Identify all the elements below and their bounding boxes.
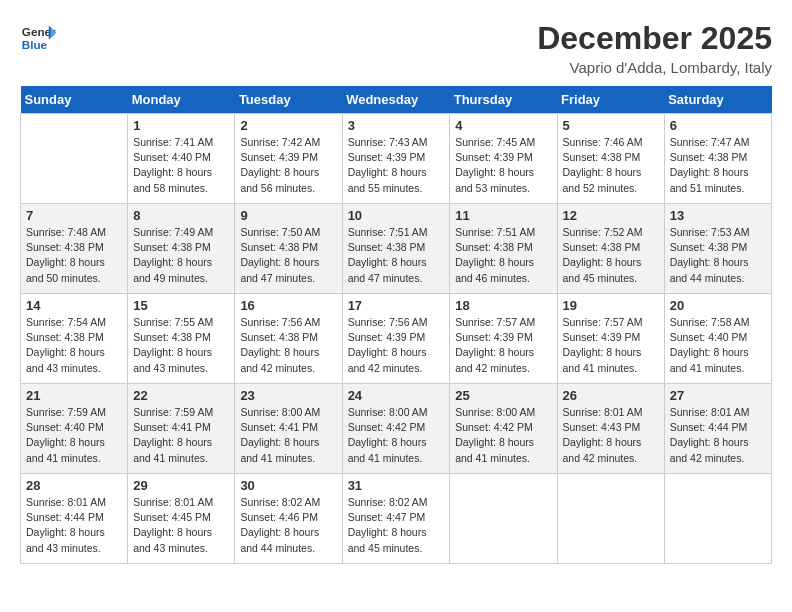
day-number: 30 — [240, 478, 336, 493]
day-number: 28 — [26, 478, 122, 493]
day-cell: 23Sunrise: 8:00 AMSunset: 4:41 PMDayligh… — [235, 384, 342, 474]
day-info: Sunrise: 7:50 AMSunset: 4:38 PMDaylight:… — [240, 225, 336, 286]
day-info: Sunrise: 8:00 AMSunset: 4:42 PMDaylight:… — [455, 405, 551, 466]
day-info: Sunrise: 8:01 AMSunset: 4:44 PMDaylight:… — [670, 405, 766, 466]
week-row-5: 28Sunrise: 8:01 AMSunset: 4:44 PMDayligh… — [21, 474, 772, 564]
day-cell — [664, 474, 771, 564]
day-cell — [21, 114, 128, 204]
day-info: Sunrise: 8:00 AMSunset: 4:41 PMDaylight:… — [240, 405, 336, 466]
day-cell — [557, 474, 664, 564]
day-number: 9 — [240, 208, 336, 223]
day-cell: 25Sunrise: 8:00 AMSunset: 4:42 PMDayligh… — [450, 384, 557, 474]
day-number: 17 — [348, 298, 445, 313]
day-info: Sunrise: 7:59 AMSunset: 4:41 PMDaylight:… — [133, 405, 229, 466]
day-info: Sunrise: 8:02 AMSunset: 4:47 PMDaylight:… — [348, 495, 445, 556]
day-number: 3 — [348, 118, 445, 133]
day-number: 22 — [133, 388, 229, 403]
day-cell: 27Sunrise: 8:01 AMSunset: 4:44 PMDayligh… — [664, 384, 771, 474]
day-info: Sunrise: 7:46 AMSunset: 4:38 PMDaylight:… — [563, 135, 659, 196]
col-header-wednesday: Wednesday — [342, 86, 450, 114]
col-header-tuesday: Tuesday — [235, 86, 342, 114]
day-number: 27 — [670, 388, 766, 403]
logo-icon: General Blue — [20, 20, 56, 56]
svg-text:Blue: Blue — [22, 38, 48, 51]
day-cell: 24Sunrise: 8:00 AMSunset: 4:42 PMDayligh… — [342, 384, 450, 474]
day-number: 29 — [133, 478, 229, 493]
day-info: Sunrise: 7:56 AMSunset: 4:39 PMDaylight:… — [348, 315, 445, 376]
day-cell: 28Sunrise: 8:01 AMSunset: 4:44 PMDayligh… — [21, 474, 128, 564]
day-cell: 26Sunrise: 8:01 AMSunset: 4:43 PMDayligh… — [557, 384, 664, 474]
col-header-saturday: Saturday — [664, 86, 771, 114]
calendar-table: SundayMondayTuesdayWednesdayThursdayFrid… — [20, 86, 772, 564]
day-number: 1 — [133, 118, 229, 133]
day-number: 21 — [26, 388, 122, 403]
day-cell: 8Sunrise: 7:49 AMSunset: 4:38 PMDaylight… — [128, 204, 235, 294]
title-block: December 2025 Vaprio d'Adda, Lombardy, I… — [537, 20, 772, 76]
day-cell: 4Sunrise: 7:45 AMSunset: 4:39 PMDaylight… — [450, 114, 557, 204]
col-header-thursday: Thursday — [450, 86, 557, 114]
day-info: Sunrise: 7:42 AMSunset: 4:39 PMDaylight:… — [240, 135, 336, 196]
day-number: 16 — [240, 298, 336, 313]
day-number: 7 — [26, 208, 122, 223]
day-info: Sunrise: 7:51 AMSunset: 4:38 PMDaylight:… — [455, 225, 551, 286]
day-cell: 15Sunrise: 7:55 AMSunset: 4:38 PMDayligh… — [128, 294, 235, 384]
col-header-monday: Monday — [128, 86, 235, 114]
location: Vaprio d'Adda, Lombardy, Italy — [537, 59, 772, 76]
day-number: 13 — [670, 208, 766, 223]
day-info: Sunrise: 7:57 AMSunset: 4:39 PMDaylight:… — [455, 315, 551, 376]
month-title: December 2025 — [537, 20, 772, 57]
week-row-3: 14Sunrise: 7:54 AMSunset: 4:38 PMDayligh… — [21, 294, 772, 384]
page-header: General Blue December 2025 Vaprio d'Adda… — [20, 20, 772, 76]
day-number: 23 — [240, 388, 336, 403]
col-header-sunday: Sunday — [21, 86, 128, 114]
day-cell: 20Sunrise: 7:58 AMSunset: 4:40 PMDayligh… — [664, 294, 771, 384]
day-info: Sunrise: 7:59 AMSunset: 4:40 PMDaylight:… — [26, 405, 122, 466]
day-number: 5 — [563, 118, 659, 133]
day-info: Sunrise: 8:01 AMSunset: 4:45 PMDaylight:… — [133, 495, 229, 556]
day-number: 26 — [563, 388, 659, 403]
day-info: Sunrise: 8:01 AMSunset: 4:43 PMDaylight:… — [563, 405, 659, 466]
day-info: Sunrise: 8:02 AMSunset: 4:46 PMDaylight:… — [240, 495, 336, 556]
day-cell: 12Sunrise: 7:52 AMSunset: 4:38 PMDayligh… — [557, 204, 664, 294]
day-cell: 11Sunrise: 7:51 AMSunset: 4:38 PMDayligh… — [450, 204, 557, 294]
calendar-header-row: SundayMondayTuesdayWednesdayThursdayFrid… — [21, 86, 772, 114]
day-info: Sunrise: 7:41 AMSunset: 4:40 PMDaylight:… — [133, 135, 229, 196]
day-info: Sunrise: 7:51 AMSunset: 4:38 PMDaylight:… — [348, 225, 445, 286]
day-number: 2 — [240, 118, 336, 133]
day-cell: 17Sunrise: 7:56 AMSunset: 4:39 PMDayligh… — [342, 294, 450, 384]
day-cell: 19Sunrise: 7:57 AMSunset: 4:39 PMDayligh… — [557, 294, 664, 384]
logo: General Blue — [20, 20, 56, 56]
day-cell: 10Sunrise: 7:51 AMSunset: 4:38 PMDayligh… — [342, 204, 450, 294]
day-info: Sunrise: 7:48 AMSunset: 4:38 PMDaylight:… — [26, 225, 122, 286]
day-cell: 5Sunrise: 7:46 AMSunset: 4:38 PMDaylight… — [557, 114, 664, 204]
day-cell: 2Sunrise: 7:42 AMSunset: 4:39 PMDaylight… — [235, 114, 342, 204]
day-info: Sunrise: 7:54 AMSunset: 4:38 PMDaylight:… — [26, 315, 122, 376]
day-number: 11 — [455, 208, 551, 223]
week-row-2: 7Sunrise: 7:48 AMSunset: 4:38 PMDaylight… — [21, 204, 772, 294]
day-number: 24 — [348, 388, 445, 403]
day-cell: 29Sunrise: 8:01 AMSunset: 4:45 PMDayligh… — [128, 474, 235, 564]
day-number: 8 — [133, 208, 229, 223]
day-number: 19 — [563, 298, 659, 313]
day-number: 14 — [26, 298, 122, 313]
day-info: Sunrise: 7:55 AMSunset: 4:38 PMDaylight:… — [133, 315, 229, 376]
day-info: Sunrise: 7:52 AMSunset: 4:38 PMDaylight:… — [563, 225, 659, 286]
week-row-4: 21Sunrise: 7:59 AMSunset: 4:40 PMDayligh… — [21, 384, 772, 474]
day-number: 20 — [670, 298, 766, 313]
day-number: 31 — [348, 478, 445, 493]
day-cell: 30Sunrise: 8:02 AMSunset: 4:46 PMDayligh… — [235, 474, 342, 564]
day-number: 12 — [563, 208, 659, 223]
day-number: 25 — [455, 388, 551, 403]
day-info: Sunrise: 7:53 AMSunset: 4:38 PMDaylight:… — [670, 225, 766, 286]
day-cell: 16Sunrise: 7:56 AMSunset: 4:38 PMDayligh… — [235, 294, 342, 384]
day-info: Sunrise: 7:49 AMSunset: 4:38 PMDaylight:… — [133, 225, 229, 286]
day-cell: 22Sunrise: 7:59 AMSunset: 4:41 PMDayligh… — [128, 384, 235, 474]
day-cell: 1Sunrise: 7:41 AMSunset: 4:40 PMDaylight… — [128, 114, 235, 204]
day-cell: 18Sunrise: 7:57 AMSunset: 4:39 PMDayligh… — [450, 294, 557, 384]
day-cell: 31Sunrise: 8:02 AMSunset: 4:47 PMDayligh… — [342, 474, 450, 564]
day-cell: 14Sunrise: 7:54 AMSunset: 4:38 PMDayligh… — [21, 294, 128, 384]
day-cell: 13Sunrise: 7:53 AMSunset: 4:38 PMDayligh… — [664, 204, 771, 294]
day-number: 4 — [455, 118, 551, 133]
day-cell — [450, 474, 557, 564]
day-cell: 9Sunrise: 7:50 AMSunset: 4:38 PMDaylight… — [235, 204, 342, 294]
